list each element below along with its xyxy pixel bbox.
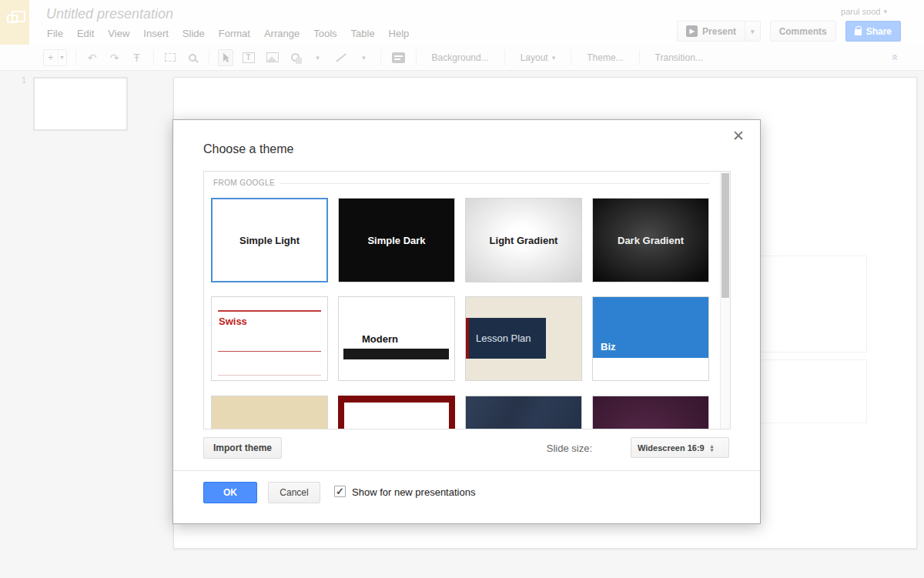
ok-label: OK (223, 487, 237, 498)
swiss-rule (218, 351, 321, 352)
cancel-label: Cancel (280, 487, 308, 498)
theme-card-swiss[interactable]: Swiss (211, 296, 328, 381)
theme-card-red-frame[interactable] (338, 396, 455, 429)
dialog-title: Choose a theme (203, 142, 293, 156)
updown-arrows-icon: ▴▾ (711, 444, 714, 452)
lesson-plan-box: Lesson Plan (466, 318, 546, 359)
theme-card-simple-dark[interactable]: Simple Dark (338, 198, 455, 282)
checkbox-label: Show for new presentations (352, 486, 475, 498)
slide-size-value: Widescreen 16:9 (638, 443, 705, 453)
import-theme-label: Import theme (213, 443, 272, 453)
theme-card-purple[interactable] (592, 396, 709, 429)
close-icon[interactable]: ✕ (732, 129, 745, 143)
show-for-new-presentations-checkbox[interactable]: ✓ (334, 486, 346, 497)
section-label: FROM GOOGLE (213, 179, 275, 187)
dialog-divider (173, 470, 760, 471)
theme-list: FROM GOOGLE Simple Light Simple Dark Lig… (203, 171, 731, 429)
theme-label: Simple Light (213, 199, 326, 281)
biz-band: Biz (593, 297, 708, 358)
theme-card-biz[interactable]: Biz (592, 296, 709, 381)
theme-label: Biz (601, 341, 616, 352)
theme-card-tan[interactable] (211, 396, 328, 429)
theme-card-simple-light[interactable]: Simple Light (211, 198, 328, 282)
scrollbar-thumb[interactable] (721, 173, 729, 298)
theme-label: Dark Gradient (593, 199, 708, 282)
cancel-button[interactable]: Cancel (268, 482, 320, 503)
theme-label: Swiss (219, 316, 247, 327)
theme-label: Light Gradient (466, 199, 581, 282)
swiss-rule (218, 310, 321, 312)
import-theme-button[interactable]: Import theme (203, 437, 282, 459)
theme-label: Simple Dark (339, 199, 454, 282)
slide-size-dropdown[interactable]: Widescreen 16:9 ▴▾ (631, 437, 729, 458)
theme-card-lesson-plan[interactable]: Lesson Plan (465, 296, 582, 381)
ok-button[interactable]: OK (203, 482, 257, 503)
theme-card-light-gradient[interactable]: Light Gradient (465, 198, 582, 282)
theme-card-navy[interactable] (465, 396, 582, 429)
scrollbar-track[interactable] (720, 172, 730, 429)
theme-card-modern[interactable]: Modern (338, 296, 455, 381)
modern-bar (343, 349, 449, 359)
swiss-rule (218, 375, 321, 376)
theme-label: Modern (362, 333, 398, 345)
slide-size-label: Slide size: (547, 443, 592, 454)
section-divider (280, 183, 710, 184)
choose-theme-dialog: Choose a theme ✕ FROM GOOGLE Simple Ligh… (172, 119, 761, 524)
theme-label: Lesson Plan (469, 332, 531, 344)
theme-card-dark-gradient[interactable]: Dark Gradient (592, 198, 709, 282)
